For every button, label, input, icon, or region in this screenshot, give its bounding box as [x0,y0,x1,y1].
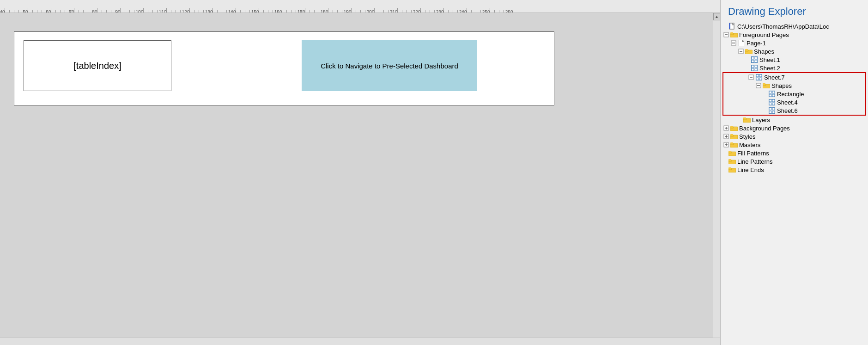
tree-label-line_patterns: Line Patterns [737,158,773,165]
tree-item-page1[interactable]: Page-1 [721,39,868,47]
ruler-minor-tick [176,10,176,12]
ruler-minor-tick [263,10,264,12]
tree-icon-sheet7 [755,74,763,81]
ruler-tick-180: 180 [328,8,328,12]
ruler-minor-tick [226,10,227,12]
ruler-minor-tick [379,10,379,12]
tree-label-rectangle: Rectangle [777,91,804,98]
tree-label-background_pages: Background Pages [739,125,790,132]
ruler-minor-tick [83,10,84,12]
ruler-minor-tick [42,10,42,12]
tree-icon-rectangle [768,90,776,98]
tree-item-sheet1[interactable]: Sheet.1 [721,55,868,64]
ruler-minor-tick [430,10,430,12]
tree-item-layers[interactable]: Layers [721,116,868,124]
tree-expand-icon-rectangle[interactable] [762,90,768,98]
shape-table-index: [tableIndex] [24,40,171,91]
ruler-minor-tick [14,10,14,12]
ruler-minor-tick [249,10,250,12]
tree-expand-icon-sheet4[interactable] [762,99,768,106]
ruler-minor-tick [504,10,504,12]
svg-rect-83 [728,167,731,169]
ruler-minor-tick [180,10,181,12]
tree-expand-icon-file[interactable] [722,23,728,30]
tree-expand-icon-background_pages[interactable] [722,124,730,132]
tree-expand-icon-sheet2[interactable] [745,64,750,72]
tree-item-shapes2[interactable]: Shapes [723,81,865,90]
ruler-minor-tick [273,10,273,12]
explorer-panel: Drawing Explorer C:\Users\ThomasRH\AppDa… [720,0,868,345]
ruler-minor-tick [199,10,199,12]
tree-expand-icon-line_patterns[interactable] [722,158,728,165]
canvas-horizontal-scrollbar[interactable] [0,338,720,345]
tree-expand-icon-shapes2[interactable] [755,82,762,89]
svg-rect-74 [730,142,733,144]
tree-item-sheet6[interactable]: Sheet.6 [723,106,865,115]
tree-item-line_patterns[interactable]: Line Patterns [721,157,868,166]
svg-rect-29 [756,74,762,80]
tree-icon-styles [730,133,738,140]
ruler-tick-80: 80 [97,8,97,12]
svg-rect-16 [745,49,748,50]
ruler-tick-210: 210 [397,8,398,12]
tree-label-sheet2: Sheet.2 [759,65,780,72]
tree-item-background_pages[interactable]: Background Pages [721,124,868,132]
ruler-minor-tick [32,10,33,12]
ruler-minor-tick [494,10,495,12]
tree-expand-icon-foreground_pages[interactable] [722,31,730,38]
tree-item-styles[interactable]: Styles [721,132,868,141]
tree-item-line_ends[interactable]: Line Ends [721,166,868,174]
tree-icon-line_ends [728,166,736,173]
tree-item-file[interactable]: C:\Users\ThomasRH\AppData\Loc [721,22,868,31]
ruler-minor-tick [203,10,204,12]
ruler-minor-tick [402,10,402,12]
ruler-minor-tick [434,10,435,12]
tree-item-rectangle[interactable]: Rectangle [723,90,865,98]
tree-item-sheet7[interactable]: Sheet.7 [723,73,865,81]
shape-navigate-button[interactable]: Click to Navigate to Pre-Selected Dashbo… [302,40,477,91]
ruler-tick-260: 260 [513,8,513,12]
tree-expand-icon-layers[interactable] [737,116,743,123]
ruler-minor-tick [471,10,472,12]
ruler-tick-200: 200 [374,8,375,12]
canvas-vertical-scrollbar[interactable]: ▲ [713,13,720,338]
tree-expand-icon-sheet6[interactable] [762,107,768,114]
tree-expand-icon-sheet1[interactable] [745,56,750,63]
ruler-tick-190: 190 [351,8,352,12]
ruler-minor-tick [134,10,134,12]
ruler-minor-tick [453,10,453,12]
ruler-tick-50: 50 [28,8,28,12]
tree-icon-sheet4 [768,99,776,106]
tree-item-foreground_pages[interactable]: Foreground Pages [721,31,868,39]
tree-item-sheet2[interactable]: Sheet.2 [721,64,868,72]
ruler-minor-tick [333,10,333,12]
ruler-minor-tick [499,10,499,12]
tree-expand-icon-page1[interactable] [730,39,737,47]
tree-expand-icon-masters[interactable] [722,141,730,148]
canvas-area: 4050607080901001101201301401501601701801… [0,0,720,345]
tree-expand-icon-fill_patterns[interactable] [722,149,728,157]
tree-label-file: C:\Users\ThomasRH\AppData\Loc [737,23,829,30]
ruler-tick-60: 60 [51,8,51,12]
tree-item-fill_patterns[interactable]: Fill Patterns [721,149,868,157]
tree-expand-icon-line_ends[interactable] [722,166,728,173]
tree-item-sheet4[interactable]: Sheet.4 [723,98,865,106]
tree-expand-icon-sheet7[interactable] [747,74,755,81]
ruler-minor-tick [60,10,61,12]
tree-item-masters[interactable]: Masters [721,141,868,149]
tree-icon-shapes2 [762,82,771,89]
canvas-surface: [tableIndex] Click to Navigate to Pre-Se… [0,13,720,338]
tree-expand-icon-shapes1[interactable] [737,48,745,55]
ruler-minor-tick [148,10,148,12]
scroll-up-button[interactable]: ▲ [713,13,721,20]
tree-label-layers: Layers [752,117,770,123]
ruler-minor-tick [157,10,158,12]
ruler-minor-tick [18,10,19,12]
ruler-minor-tick [480,10,481,12]
tree-item-shapes1[interactable]: Shapes [721,47,868,55]
tree-expand-icon-styles[interactable] [722,133,730,140]
ruler-minor-tick [476,10,476,12]
tree-icon-background_pages [730,124,738,132]
tree-label-sheet4: Sheet.4 [777,99,798,106]
ruler-minor-tick [125,10,125,12]
